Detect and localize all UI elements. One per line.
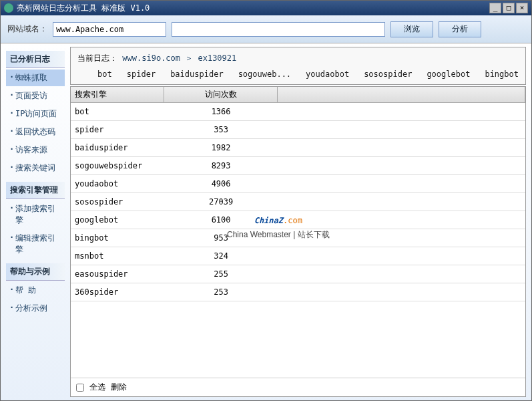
app-icon [4, 3, 13, 13]
cell-engine: bingbot [71, 233, 164, 243]
table-row[interactable]: googlebot6100 [71, 211, 525, 229]
cell-count: 1982 [164, 143, 278, 152]
tab-sosospider[interactable]: sosospider [364, 70, 412, 79]
sidebar-item-ipvisit[interactable]: IP访问页面 [6, 106, 65, 122]
cell-count: 953 [164, 233, 278, 243]
cell-count: 324 [164, 251, 278, 261]
analyze-button[interactable]: 分析 [439, 21, 481, 37]
cell-count: 253 [164, 287, 278, 297]
toolbar: 网站域名： 浏览 分析 [1, 15, 531, 43]
sidebar-item-keywords[interactable]: 搜索关键词 [6, 160, 65, 176]
table-footer: 全选 删除 [71, 378, 525, 396]
domain-input[interactable] [53, 22, 166, 37]
sidebar-item-editengine[interactable]: 编辑搜索引擎 [6, 230, 65, 258]
bot-tabs: bot spider baiduspider sogouweb... youda… [77, 70, 519, 79]
current-log-path: www.si9o.com ＞ ex130921 [122, 53, 236, 63]
col-engine[interactable]: 搜索引擎 [71, 87, 164, 102]
sidebar-item-example[interactable]: 分析示例 [6, 300, 65, 317]
sidebar-group-analyzed[interactable]: 已分析日志 [6, 51, 65, 68]
cell-count: 353 [164, 125, 278, 134]
tab-bot[interactable]: bot [97, 70, 112, 79]
browse-button[interactable]: 浏览 [390, 21, 433, 37]
cell-count: 255 [164, 269, 278, 279]
cell-count: 4906 [164, 179, 278, 188]
sidebar-group-help[interactable]: 帮助与示例 [6, 263, 65, 281]
window-title: 亮析网站日志分析工具 标准版 V1.0 [17, 3, 150, 14]
table-header: 搜索引擎 访问次数 [71, 87, 525, 103]
col-spacer [278, 87, 525, 102]
tab-youdaobot[interactable]: youdaobot [306, 70, 349, 79]
table-row[interactable]: sosospider27039 [71, 193, 525, 211]
table-row[interactable]: 360spider253 [71, 283, 525, 301]
domain-label: 网站域名： [7, 23, 47, 35]
tab-spider[interactable]: spider [127, 70, 156, 79]
current-log-label: 当前日志： [77, 53, 117, 63]
cell-engine: msnbot [71, 251, 164, 261]
cell-engine: 360spider [71, 287, 164, 297]
sidebar-item-addengine[interactable]: 添加搜索引擎 [6, 200, 65, 229]
cell-engine: spider [71, 125, 164, 134]
sidebar-item-status[interactable]: 返回状态码 [6, 124, 65, 140]
table-row[interactable]: youdaobot4906 [71, 175, 525, 193]
sidebar-group-engine[interactable]: 搜索引擎管理 [6, 182, 65, 199]
sidebar-item-spider[interactable]: 蜘蛛抓取 [6, 70, 65, 86]
tab-bingbot[interactable]: bingbot [485, 70, 519, 79]
delete-button[interactable]: 删除 [111, 382, 127, 393]
sidebar-item-pagevisit[interactable]: 页面受访 [6, 88, 65, 104]
tab-googlebot[interactable]: googlebot [427, 70, 470, 79]
table-row[interactable]: bot1366 [71, 103, 525, 121]
table-row[interactable]: msnbot324 [71, 247, 525, 265]
cell-count: 27039 [164, 197, 278, 207]
cell-count: 8293 [164, 161, 278, 170]
sidebar-item-help[interactable]: 帮 助 [6, 282, 65, 299]
sidebar-item-referer[interactable]: 访客来源 [6, 142, 65, 158]
tab-baiduspider[interactable]: baiduspider [170, 70, 223, 79]
cell-engine: googlebot [71, 215, 164, 225]
selectall-label[interactable]: 全选 [89, 382, 105, 393]
cell-engine: baiduspider [71, 143, 164, 152]
table-row[interactable]: easouspider255 [71, 265, 525, 283]
tab-sogouweb[interactable]: sogouweb... [238, 70, 291, 79]
cell-engine: bot [71, 107, 164, 116]
table-row[interactable]: spider353 [71, 121, 525, 139]
cell-engine: easouspider [71, 269, 164, 279]
cell-engine: youdaobot [71, 179, 164, 188]
selectall-checkbox[interactable] [76, 384, 84, 392]
table-row[interactable]: bingbot953 [71, 229, 525, 247]
col-count[interactable]: 访问次数 [164, 87, 278, 102]
cell-engine: sogouwebspider [71, 161, 164, 170]
minimize-button[interactable]: _ [489, 3, 501, 13]
close-button[interactable]: × [516, 3, 528, 13]
table-row[interactable]: baiduspider1982 [71, 139, 525, 157]
data-table: 搜索引擎 访问次数 bot1366spider353baiduspider198… [70, 86, 526, 397]
window-controls: _ □ × [489, 3, 528, 13]
main-content: 当前日志： www.si9o.com ＞ ex130921 bot spider… [70, 43, 531, 400]
titlebar: 亮析网站日志分析工具 标准版 V1.0 _ □ × [1, 1, 531, 15]
table-row[interactable]: sogouwebspider8293 [71, 157, 525, 175]
log-header: 当前日志： www.si9o.com ＞ ex130921 bot spider… [70, 47, 526, 85]
path-input[interactable] [172, 22, 385, 37]
table-body: bot1366spider353baiduspider1982sogouwebs… [71, 103, 525, 378]
cell-engine: sosospider [71, 197, 164, 207]
sidebar: 已分析日志 蜘蛛抓取 页面受访 IP访问页面 返回状态码 访客来源 搜索关键词 … [1, 43, 70, 400]
maximize-button[interactable]: □ [503, 3, 515, 13]
cell-count: 6100 [164, 215, 278, 225]
cell-count: 1366 [164, 107, 278, 116]
